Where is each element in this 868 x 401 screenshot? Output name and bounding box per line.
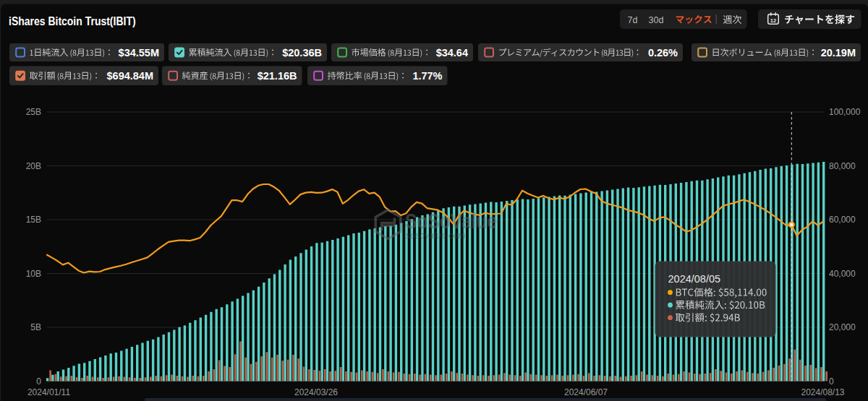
svg-text:$20.36B: $20.36B	[282, 47, 322, 59]
svg-text:SoSoValue: SoSoValue	[405, 208, 497, 233]
svg-text:2024/01/11: 2024/01/11	[27, 387, 70, 397]
svg-text:sosovalue.com: sosovalue.com	[406, 230, 466, 241]
svg-text:iShares Bitcoin Trust(IBIT): iShares Bitcoin Trust(IBIT)	[9, 14, 136, 27]
svg-text:10B: 10B	[26, 269, 41, 279]
svg-text:$694.84M: $694.84M	[107, 70, 154, 82]
svg-text:0: 0	[829, 376, 834, 387]
svg-text:20B: 20B	[26, 161, 41, 171]
svg-text:15B: 15B	[26, 215, 41, 225]
svg-text:20,000: 20,000	[829, 322, 856, 332]
svg-text:30d: 30d	[649, 15, 664, 25]
svg-text:5B: 5B	[30, 322, 41, 332]
svg-text:2024/08/05: 2024/08/05	[668, 273, 721, 285]
svg-text:12: 12	[770, 17, 776, 24]
svg-text:25B: 25B	[26, 107, 41, 117]
svg-text:20.19M: 20.19M	[821, 47, 856, 59]
svg-text:100,000: 100,000	[829, 107, 861, 117]
svg-text:40,000: 40,000	[829, 269, 856, 279]
svg-text:$34.64: $34.64	[436, 47, 468, 59]
svg-text:7d: 7d	[628, 15, 638, 25]
svg-text:1.77%: 1.77%	[412, 70, 442, 82]
svg-text:2024/03/26: 2024/03/26	[294, 387, 338, 397]
svg-text:2024/06/07: 2024/06/07	[564, 387, 608, 397]
svg-text:80,000: 80,000	[829, 161, 856, 171]
svg-text:2024/08/13: 2024/08/13	[801, 387, 844, 397]
svg-text:$21.16B: $21.16B	[258, 70, 297, 82]
svg-text:0.26%: 0.26%	[648, 47, 678, 59]
svg-text:$34.55M: $34.55M	[119, 47, 159, 59]
svg-text:60,000: 60,000	[829, 215, 856, 225]
svg-text:0: 0	[36, 376, 41, 387]
